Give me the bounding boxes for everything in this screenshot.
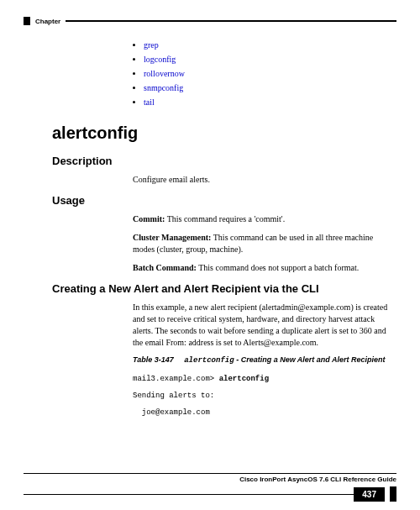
list-item: snmpconfig <box>133 83 396 92</box>
footer-line <box>24 473 396 475</box>
link-logconfig[interactable]: logconfig <box>144 55 176 64</box>
page-number-box: 437 <box>24 486 396 502</box>
footer-title: Cisco IronPort AsyncOS 7.6 CLI Reference… <box>24 476 396 483</box>
list-item: rollovernow <box>133 69 396 78</box>
section-description-heading: Description <box>52 155 396 167</box>
link-grep[interactable]: grep <box>144 40 159 50</box>
batch-label: Batch Command: <box>133 263 197 272</box>
table-number: Table 3-147 <box>133 355 174 364</box>
header-line <box>66 20 396 22</box>
list-item: grep <box>133 40 396 50</box>
batch-text: This command does not support a batch fo… <box>197 263 359 272</box>
link-snmpconfig[interactable]: snmpconfig <box>144 83 183 92</box>
section-usage-heading: Usage <box>52 194 396 207</box>
table-desc: - Creating a New Alert and Alert Recipie… <box>234 355 386 364</box>
description-text: Configure email alerts. <box>133 174 396 186</box>
chapter-label: Chapter <box>35 18 60 25</box>
bullet-icon <box>133 44 135 46</box>
header-bar: Chapter <box>24 17 396 25</box>
code-line: joe@example.com <box>133 405 396 422</box>
usage-commit: Commit: This command requires a 'commit'… <box>133 213 396 225</box>
section-example-heading: Creating a New Alert and Alert Recipient… <box>52 282 396 295</box>
bullet-icon <box>133 58 135 60</box>
code-block: mail3.example.com> alertconfig Sending a… <box>133 371 396 421</box>
code-line: mail3.example.com> alertconfig <box>133 371 396 388</box>
command-title: alertconfig <box>52 124 396 143</box>
code-prompt: mail3.example.com> <box>133 375 219 383</box>
footer-subline <box>24 494 354 495</box>
bullet-list: grep logconfig rollovernow snmpconfig ta… <box>133 40 396 107</box>
list-item: tail <box>133 97 396 107</box>
page-decor-block <box>390 486 396 502</box>
example-paragraph: In this example, a new alert recipient (… <box>133 302 396 349</box>
commit-label: Commit: <box>133 214 165 223</box>
table-cmd: alertconfig <box>184 356 234 365</box>
footer: Cisco IronPort AsyncOS 7.6 CLI Reference… <box>24 473 396 502</box>
bullet-icon <box>133 72 135 75</box>
list-item: logconfig <box>133 55 396 64</box>
commit-text: This command requires a 'commit'. <box>165 214 285 223</box>
code-cmd: alertconfig <box>219 375 269 383</box>
table-caption: Table 3-147 alertconfig - Creating a New… <box>133 355 396 365</box>
cluster-label: Cluster Management: <box>133 233 211 242</box>
link-tail[interactable]: tail <box>144 97 155 107</box>
code-line: Sending alerts to: <box>133 388 396 405</box>
link-rollovernow[interactable]: rollovernow <box>144 69 185 78</box>
header-block-decor <box>24 17 30 25</box>
bullet-icon <box>133 101 135 103</box>
usage-batch: Batch Command: This command does not sup… <box>133 262 396 274</box>
usage-cluster: Cluster Management: This command can be … <box>133 232 396 255</box>
page-number: 437 <box>354 487 385 502</box>
bullet-icon <box>133 87 135 89</box>
